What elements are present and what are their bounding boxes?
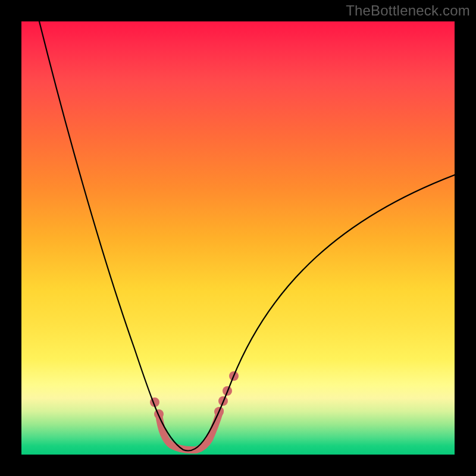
data-dot: [154, 409, 164, 419]
trough-overlay: [159, 411, 220, 450]
curve-svg: [21, 21, 455, 455]
chart-stage: TheBottleneck.com: [0, 0, 476, 476]
watermark-text: TheBottleneck.com: [346, 2, 470, 19]
plot-area: [21, 21, 455, 455]
bottleneck-curve: [39, 21, 455, 451]
